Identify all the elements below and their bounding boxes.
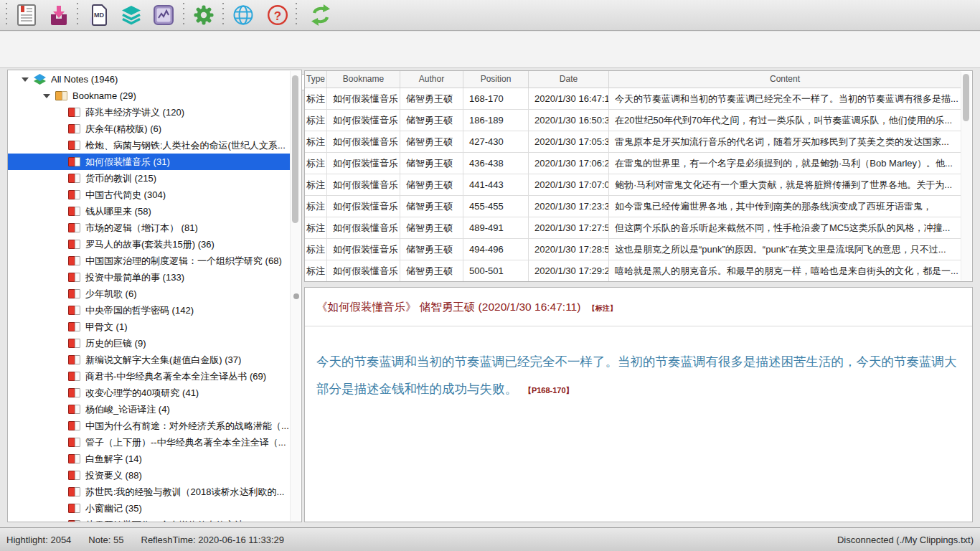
gear-icon: [192, 4, 216, 27]
cell-bookname: 如何假装懂音乐: [327, 217, 400, 238]
sidebar-item[interactable]: 中国为什么有前途：对外经济关系的战略潜能（...: [8, 418, 290, 434]
detail-body: 今天的节奏蓝调和当初的节奏蓝调已经完全不一样了。当初的节奏蓝调有很多是描述困苦生…: [316, 348, 958, 404]
sidebar-item-label: Bookname (29): [72, 90, 136, 101]
layers-button[interactable]: [119, 3, 143, 27]
sidebar-item[interactable]: 少年凯歌 (6): [8, 286, 290, 302]
cell-type: 标注: [305, 196, 327, 217]
sidebar-item[interactable]: 管子（上下册）--中华经典名著全本全注全译（...: [8, 434, 290, 451]
sidebar-item[interactable]: 中国古代简史 (304): [8, 187, 290, 203]
cell-content: 但这两个乐队的音乐听起来截然不同，性手枪沿袭了MC5这类乐队的风格，冲撞...: [609, 217, 961, 238]
cell-type: 标注: [305, 217, 327, 238]
cell-position: 436-438: [463, 153, 529, 174]
toolbar-separator: [183, 3, 184, 28]
cell-date: 2020/1/30 16:50:39: [529, 110, 609, 131]
column-header-date[interactable]: Date: [529, 71, 609, 88]
sidebar-item[interactable]: 庆余年(精校版) (6): [8, 121, 290, 137]
column-header-bookname[interactable]: Bookname: [327, 71, 400, 88]
table-row[interactable]: 标注如何假装懂音乐储智勇王硕436-4382020/1/30 17:06:24在…: [305, 153, 961, 174]
disclosure-triangle-icon[interactable]: [22, 77, 29, 82]
sidebar-scrollbar-thumb[interactable]: [292, 75, 298, 223]
table-row[interactable]: 标注如何假装懂音乐储智勇王硕186-1892020/1/30 16:50:39在…: [305, 110, 961, 131]
red-book-icon: [68, 240, 80, 249]
sidebar-item[interactable]: 枪炮、病菌与钢铁:人类社会的命运(世纪人文系...: [8, 137, 290, 154]
toolbar-separator: [77, 3, 78, 28]
sidebar-item[interactable]: 小窗幽记 (35): [8, 500, 290, 517]
sidebar-item[interactable]: 投资要义 (88): [8, 467, 290, 484]
notes-table-panel: TypeBooknameAuthorPositionDateContent 标注…: [304, 70, 973, 282]
sidebar-item[interactable]: 改变心理学的40项研究 (41): [8, 385, 290, 401]
red-book-icon: [68, 322, 80, 331]
sidebar-item[interactable]: 市场的逻辑（增订本） (81): [8, 220, 290, 236]
sidebar-item-label: 少年凯歌 (6): [85, 288, 137, 301]
cell-bookname: 如何假装懂音乐: [327, 174, 400, 195]
disclosure-triangle-icon[interactable]: [43, 94, 50, 98]
column-header-content[interactable]: Content: [609, 71, 961, 88]
cell-type: 标注: [305, 153, 327, 174]
red-book-icon: [68, 520, 80, 522]
sidebar-item-label: 中国古代简史 (304): [85, 189, 166, 202]
table-row[interactable]: 标注如何假装懂音乐储智勇王硕500-5012020/1/30 17:29:28嘻…: [305, 260, 961, 282]
cell-position: 494-496: [463, 239, 529, 260]
detail-position-tag: 【P168-170】: [524, 386, 574, 395]
sidebar-item-label: 中国为什么有前途：对外经济关系的战略潜能（...: [85, 420, 289, 433]
sidebar-item[interactable]: 货币的教训 (215): [8, 170, 290, 187]
sidebar-item[interactable]: 白鱼解字 (14): [8, 451, 290, 467]
note-detail-panel: 《如何假装懂音乐》 储智勇王硕 (2020/1/30 16:47:11) 【标注…: [304, 287, 973, 522]
sidebar-item-label: 庆余年(精校版) (6): [85, 123, 161, 136]
sidebar-item[interactable]: 杨伯峻_论语译注 (4): [8, 401, 290, 418]
table-scrollbar-thumb[interactable]: [963, 74, 969, 121]
sidebar-item[interactable]: 从零开始学写作：个人增值的有效方法 (6): [8, 517, 290, 522]
status-bar: Hightlight: 2054 Note: 55 RefleshTime: 2…: [0, 527, 980, 551]
sidebar-item[interactable]: 商君书-中华经典名著全本全注全译丛书 (69): [8, 368, 290, 385]
sidebar-item[interactable]: 如何假装懂音乐 (31): [8, 154, 290, 170]
red-book-icon: [68, 223, 80, 232]
markdown-export-button[interactable]: MD: [87, 3, 111, 27]
notes-button[interactable]: [14, 3, 39, 27]
sidebar-item-label: 管子（上下册）--中华经典名著全本全注全译（...: [85, 436, 286, 449]
sidebar-item-label: 如何假装懂音乐 (31): [85, 156, 170, 169]
red-book-icon: [68, 256, 80, 265]
globe-icon: [231, 4, 255, 27]
red-book-icon: [68, 157, 80, 166]
cell-type: 标注: [305, 88, 327, 109]
table-row[interactable]: 标注如何假装懂音乐储智勇王硕494-4962020/1/30 17:28:54这…: [305, 239, 961, 260]
sidebar-item[interactable]: 新编说文解字大全集(超值白金版) (37): [8, 352, 290, 368]
book-tree: All Notes (1946)Bookname (29)薛兆丰经济学讲义 (1…: [8, 71, 290, 522]
sidebar-item[interactable]: 罗马人的故事(套装共15册) (36): [8, 236, 290, 253]
sidebar-item[interactable]: 钱从哪里来 (58): [8, 203, 290, 220]
settings-button[interactable]: [192, 3, 216, 27]
column-header-author[interactable]: Author: [400, 71, 463, 88]
cell-date: 2020/1/30 17:23:36: [529, 196, 609, 217]
refresh-button[interactable]: [308, 3, 333, 27]
red-book-icon: [68, 174, 80, 183]
cell-bookname: 如何假装懂音乐: [327, 153, 400, 174]
table-row[interactable]: 标注如何假装懂音乐储智勇王硕455-4552020/1/30 17:23:36如…: [305, 196, 961, 217]
cell-author: 储智勇王硕: [400, 196, 463, 217]
sidebar-item[interactable]: 苏世民:我的经验与教训（2018读桥水达利欧的...: [8, 484, 290, 500]
import-button[interactable]: [47, 3, 71, 27]
sidebar-item-label: 钱从哪里来 (58): [85, 205, 151, 218]
cell-type: 标注: [305, 260, 327, 281]
sidebar-item[interactable]: Bookname (29): [8, 88, 290, 104]
table-row[interactable]: 标注如何假装懂音乐储智勇王硕168-1702020/1/30 16:47:11今…: [305, 88, 961, 110]
red-book-icon: [68, 339, 80, 348]
sidebar-item[interactable]: 薛兆丰经济学讲义 (120): [8, 104, 290, 121]
sidebar-item[interactable]: 中国国家治理的制度逻辑：一个组织学研究 (68): [8, 253, 290, 269]
table-row[interactable]: 标注如何假装懂音乐储智勇王硕489-4912020/1/30 17:27:58但…: [305, 217, 961, 239]
web-button[interactable]: [231, 3, 255, 27]
statistics-button[interactable]: [151, 3, 176, 27]
help-button[interactable]: ?: [265, 3, 290, 27]
column-header-position[interactable]: Position: [463, 71, 529, 88]
sidebar-item[interactable]: All Notes (1946): [8, 71, 290, 88]
sidebar-item[interactable]: 投资中最简单的事 (133): [8, 269, 290, 286]
table-scrollbar[interactable]: [961, 72, 971, 281]
splitter-handle[interactable]: [293, 293, 299, 299]
cell-author: 储智勇王硕: [400, 88, 463, 109]
sidebar-item[interactable]: 甲骨文 (1): [8, 319, 290, 335]
column-header-type[interactable]: Type: [305, 71, 327, 88]
sidebar-item[interactable]: 历史的巨镜 (9): [8, 335, 290, 352]
table-row[interactable]: 标注如何假装懂音乐储智勇王硕441-4432020/1/30 17:07:05鲍…: [305, 174, 961, 196]
sidebar-item[interactable]: 中央帝国的哲学密码 (142): [8, 302, 290, 319]
sidebar-item-label: 市场的逻辑（增订本） (81): [85, 222, 198, 235]
table-row[interactable]: 标注如何假装懂音乐储智勇王硕427-4302020/1/30 17:05:31雷…: [305, 131, 961, 153]
